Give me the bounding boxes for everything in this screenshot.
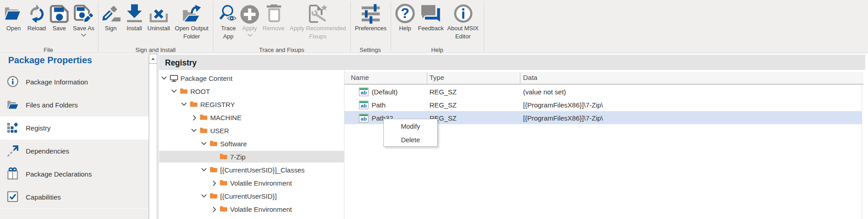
svg-text:ab: ab	[361, 103, 367, 108]
svg-text:ab: ab	[361, 89, 367, 95]
svg-text:?: ?	[401, 5, 410, 21]
svg-text:ab: ab	[361, 116, 367, 121]
